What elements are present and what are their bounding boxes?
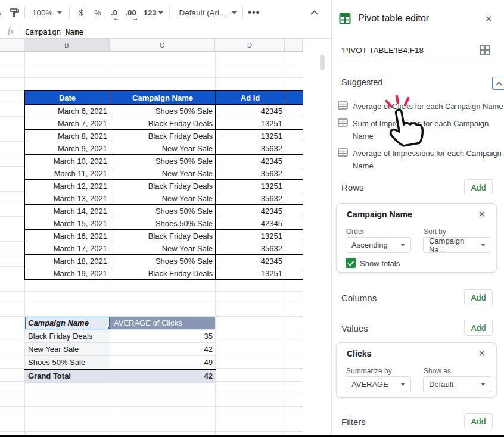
header-cell[interactable]: [285, 91, 303, 105]
selection-fill-handle[interactable]: [107, 327, 110, 330]
cell[interactable]: Black Friday Deals: [110, 230, 216, 242]
cell[interactable]: March 6, 2021: [25, 105, 110, 117]
cell[interactable]: [285, 242, 303, 255]
cell[interactable]: 42345: [216, 105, 285, 117]
cell[interactable]: Shoes 50% Sale: [110, 217, 216, 230]
remove-field-icon[interactable]: ✕: [478, 348, 486, 359]
cell[interactable]: March 9, 2021: [25, 142, 110, 155]
cell[interactable]: 42345: [216, 217, 285, 230]
cell[interactable]: Shoes 50% Sale: [110, 105, 216, 117]
cell[interactable]: March 18, 2021: [25, 255, 110, 267]
cell[interactable]: March 17, 2021: [25, 242, 110, 255]
summarize-by-select[interactable]: AVERAGE: [346, 376, 411, 392]
cell[interactable]: 42: [110, 343, 216, 356]
data-range-field[interactable]: 'PIVOT TABLE'!B4:F18: [341, 46, 424, 55]
cell[interactable]: March 7, 2021: [25, 117, 110, 130]
cell[interactable]: [285, 230, 303, 242]
cell[interactable]: New Year Sale: [110, 142, 216, 155]
cell[interactable]: 35632: [216, 167, 285, 180]
cell[interactable]: [285, 130, 303, 142]
sort-by-select[interactable]: Campaign Na...: [423, 237, 491, 253]
cell[interactable]: 35632: [216, 142, 285, 155]
zoom-select[interactable]: 100%: [32, 8, 62, 17]
spreadsheet-grid[interactable]: DateCampaign NameAd Id March 6, 2021Shoe…: [0, 52, 303, 437]
cell[interactable]: March 13, 2021: [25, 192, 110, 205]
cell[interactable]: New Year Sale: [110, 167, 216, 180]
cell[interactable]: Shoes 50% Sale: [110, 205, 216, 217]
remove-field-icon[interactable]: ✕: [478, 209, 486, 220]
cell[interactable]: Black Friday Deals: [110, 117, 216, 130]
cell[interactable]: Grand Total: [25, 369, 110, 383]
pivot-value-header-cell[interactable]: AVERAGE of Clicks: [110, 317, 216, 330]
cell[interactable]: [285, 180, 303, 192]
select-data-range-icon[interactable]: [480, 45, 490, 58]
font-select[interactable]: Default (Ari...: [179, 8, 237, 17]
cell[interactable]: Shoes 50% Sale: [110, 255, 216, 267]
increase-decimal-button[interactable]: .00→: [126, 8, 136, 17]
suggested-pivot-item[interactable]: Average of Clicks for each Campaign Name: [338, 100, 504, 113]
cell[interactable]: [285, 142, 303, 155]
values-add-button[interactable]: Add: [464, 320, 493, 336]
header-cell[interactable]: Ad Id: [216, 91, 285, 105]
cell[interactable]: New Year Sale: [25, 343, 110, 356]
cell[interactable]: 42: [110, 369, 216, 383]
cell[interactable]: Black Friday Deals: [110, 180, 216, 192]
hide-menus-button[interactable]: [310, 10, 318, 15]
cell[interactable]: [285, 117, 303, 130]
cell[interactable]: Black Friday Deals: [110, 267, 216, 280]
cell[interactable]: March 19, 2021: [25, 267, 110, 280]
cell[interactable]: March 15, 2021: [25, 217, 110, 230]
cell[interactable]: Shoes 50% Sale: [25, 356, 110, 370]
paint-format-icon[interactable]: [10, 8, 20, 18]
show-as-select[interactable]: Default: [423, 376, 491, 392]
show-totals-checkbox[interactable]: [346, 258, 356, 268]
cell[interactable]: [285, 167, 303, 180]
vertical-scrollbar[interactable]: [320, 55, 325, 70]
filters-add-button[interactable]: Add: [464, 413, 493, 429]
cell[interactable]: March 11, 2021: [25, 167, 110, 180]
close-panel-icon[interactable]: ✕: [485, 14, 493, 24]
cell[interactable]: Black Friday Deals: [110, 130, 216, 142]
formula-input[interactable]: Campaign Name: [25, 27, 83, 36]
suggested-pivot-item[interactable]: Sum of Impressions for each Campaign Nam…: [338, 117, 504, 142]
cell[interactable]: [285, 255, 303, 267]
cell[interactable]: 49: [110, 356, 216, 370]
column-header[interactable]: [285, 39, 303, 51]
cell[interactable]: 35632: [216, 242, 285, 255]
collapse-suggested-button[interactable]: [492, 77, 504, 90]
cell[interactable]: March 8, 2021: [25, 130, 110, 142]
cell[interactable]: [285, 105, 303, 117]
header-cell[interactable]: Campaign Name: [110, 91, 216, 105]
cell[interactable]: 13251: [216, 180, 285, 192]
cell[interactable]: Black Friday Deals: [25, 330, 110, 343]
column-header[interactable]: B: [24, 39, 110, 51]
cell[interactable]: March 14, 2021: [25, 205, 110, 217]
cell[interactable]: [285, 192, 303, 205]
selected-cell[interactable]: Campaign Name: [25, 317, 110, 330]
cell[interactable]: [285, 217, 303, 230]
cell[interactable]: [285, 155, 303, 167]
cell[interactable]: 42345: [216, 255, 285, 267]
suggested-pivot-item[interactable]: Average of Impressions for each Campaign…: [338, 147, 504, 172]
cell[interactable]: 13251: [216, 117, 285, 130]
more-toolbar-button[interactable]: •••: [248, 7, 260, 18]
cell[interactable]: Shoes 50% Sale: [110, 155, 216, 167]
column-header[interactable]: D: [215, 39, 285, 51]
cell[interactable]: 35632: [216, 192, 285, 205]
cell[interactable]: March 12, 2021: [25, 180, 110, 192]
columns-add-button[interactable]: Add: [464, 289, 493, 305]
decrease-decimal-button[interactable]: .0←: [111, 8, 117, 17]
header-cell[interactable]: Date: [25, 91, 110, 105]
column-header[interactable]: [0, 39, 24, 51]
cell[interactable]: March 16, 2021: [25, 230, 110, 242]
cell[interactable]: 42345: [216, 205, 285, 217]
cell[interactable]: March 10, 2021: [25, 155, 110, 167]
format-percent-button[interactable]: %: [94, 8, 101, 17]
cell[interactable]: 13251: [216, 230, 285, 242]
cell[interactable]: 42345: [216, 155, 285, 167]
cell[interactable]: New Year Sale: [110, 242, 216, 255]
column-header[interactable]: C: [110, 39, 215, 51]
cell[interactable]: 35: [110, 330, 216, 343]
format-currency-button[interactable]: $: [79, 8, 84, 17]
order-select[interactable]: Ascending: [346, 237, 411, 253]
